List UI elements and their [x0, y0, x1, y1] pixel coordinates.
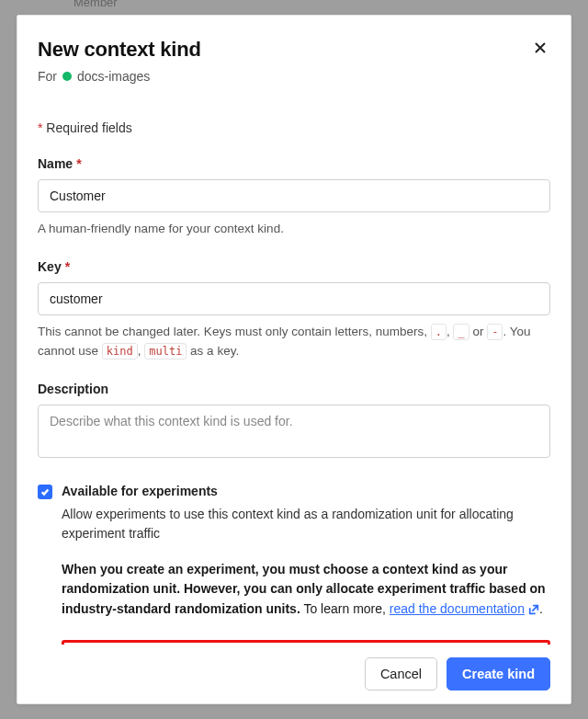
close-button[interactable]: [530, 38, 550, 61]
key-label: Key *: [38, 259, 70, 274]
subtitle-prefix: For: [38, 69, 57, 84]
project-status-dot-icon: [62, 72, 72, 81]
project-name: docs-images: [77, 69, 150, 84]
name-label: Name *: [38, 156, 82, 171]
background-text: Member: [74, 0, 118, 9]
code-underscore: _: [453, 324, 469, 340]
key-input[interactable]: [38, 282, 550, 315]
code-dot: .: [431, 324, 447, 340]
available-for-experiments-label: Available for experiments: [62, 484, 218, 498]
close-icon: [534, 43, 547, 57]
modal-subtitle: For docs-images: [38, 69, 550, 84]
code-multi: multi: [144, 343, 187, 360]
external-link-icon: [528, 601, 539, 622]
available-for-experiments-checkbox[interactable]: [38, 485, 52, 499]
modal-title: New context kind: [38, 38, 201, 62]
name-helper: A human-friendly name for your context k…: [38, 220, 550, 238]
required-star-icon: *: [65, 259, 70, 274]
create-kind-button[interactable]: Create kind: [447, 657, 550, 690]
read-documentation-link[interactable]: read the documentation: [390, 601, 539, 616]
required-fields-label: Required fields: [46, 120, 131, 135]
description-input[interactable]: [38, 405, 550, 458]
code-dash: -: [487, 324, 503, 340]
modal-footer: Cancel Create kind: [17, 645, 571, 703]
experiments-paragraph: When you create an experiment, you must …: [62, 560, 550, 622]
required-star-icon: *: [38, 120, 42, 135]
checkmark-icon: [40, 484, 50, 500]
name-input[interactable]: [38, 179, 550, 212]
available-for-experiments-sub: Allow experiments to use this context ki…: [62, 505, 550, 543]
code-kind: kind: [102, 343, 138, 360]
required-star-icon: *: [76, 156, 81, 171]
key-helper: This cannot be changed later. Keys must …: [38, 323, 550, 360]
description-label: Description: [38, 382, 108, 396]
cancel-button[interactable]: Cancel: [365, 657, 437, 690]
required-fields-note: * Required fields: [38, 120, 550, 135]
new-context-kind-modal: New context kind For docs-images * Requi…: [17, 15, 571, 704]
